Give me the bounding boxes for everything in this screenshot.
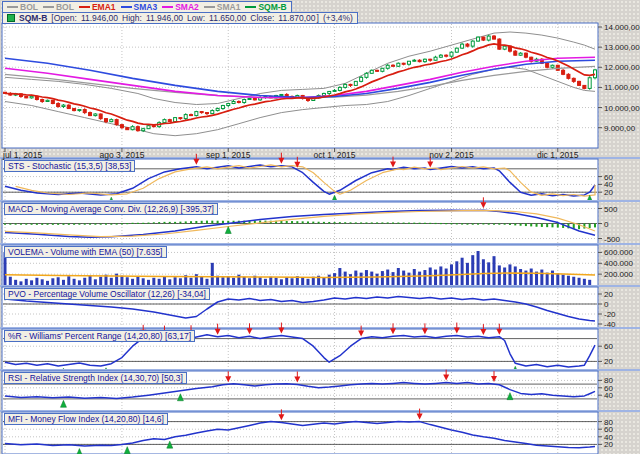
volume-bar [83, 278, 86, 286]
histogram-bar [504, 224, 506, 225]
legend-label: SQM-B [258, 3, 286, 12]
histogram-bar [318, 222, 320, 224]
histogram-bar [360, 222, 362, 223]
histogram-bar [509, 224, 511, 225]
volume-bar [221, 277, 224, 286]
candle-body [57, 104, 60, 107]
volume-bar [572, 277, 575, 286]
histogram-bar [137, 223, 139, 224]
histogram-bar [57, 224, 59, 225]
histogram-bar [153, 222, 155, 223]
candle-body [147, 126, 150, 129]
histogram-bar [206, 221, 208, 224]
candle-body [211, 111, 214, 114]
volume-bar [477, 251, 480, 286]
volume-bar [328, 275, 331, 286]
legend-item-symbol[interactable]: SQM-B [245, 3, 286, 12]
y-axis-label: 0 [604, 220, 609, 229]
candle-body [30, 96, 33, 98]
candle-body [163, 120, 166, 123]
candle-body [25, 96, 28, 97]
candle-body [562, 70, 565, 74]
volume-bar [445, 269, 448, 286]
chart-window: 14.000,0013.000,0012.000,0011.000,0010.0… [0, 0, 640, 454]
candle-body [243, 99, 246, 102]
volume-bar [562, 275, 565, 286]
candle-body [567, 74, 570, 78]
volume-bar [142, 278, 145, 286]
histogram-bar [190, 221, 192, 223]
y-axis-label: 500 [604, 205, 618, 214]
legend-item-sma3[interactable]: SMA3 [121, 3, 158, 12]
panel-title-pvo[interactable]: PVO - Percentage Volume Oscillator (12,2… [4, 288, 210, 300]
volume-bar [344, 272, 347, 286]
histogram-bar [4, 224, 6, 225]
volume-bar [163, 276, 166, 286]
panel-title-stochastic[interactable]: STS - Stochastic (15,3,5) [38,53] [4, 160, 135, 172]
histogram-bar [466, 224, 468, 225]
x-axis-label: oct 1, 2015 [314, 150, 356, 160]
histogram-bar [105, 224, 107, 225]
candle-body [248, 98, 251, 99]
histogram-bar [477, 223, 479, 224]
panel-title-williams-r[interactable]: %R - Williams' Percent Range (14,20,80) … [4, 330, 195, 342]
histogram-bar [126, 223, 128, 224]
volume-bar [174, 277, 177, 286]
candle-body [227, 104, 230, 106]
volume-bar [57, 277, 60, 286]
candle-body [477, 37, 480, 41]
volume-bar [35, 278, 38, 286]
candle-body [397, 63, 400, 66]
candle-body [152, 126, 155, 127]
volume-bar [439, 266, 442, 286]
volume-bar [126, 277, 129, 286]
ohlc-open-value: 11.946,00 [81, 14, 118, 23]
histogram-bar [472, 224, 474, 225]
histogram-bar [551, 224, 553, 228]
legend-item-bol-upper[interactable]: BOL [7, 3, 38, 12]
volume-bar [434, 270, 437, 286]
volume-bar [556, 273, 559, 286]
ohlc-open-label: [Open: [51, 14, 77, 23]
histogram-bar [461, 223, 463, 224]
panel-title-macd[interactable]: MACD - Moving Average Conv. Div. (12,26,… [4, 203, 218, 215]
candle-body [62, 105, 65, 106]
histogram-bar [15, 224, 17, 225]
panel-title-mfi[interactable]: MFI - Money Flow Index (14,20,80) [14,6] [4, 413, 168, 425]
volume-bar [269, 277, 272, 286]
y-axis-label: 10.000,00 [604, 104, 640, 113]
histogram-bar [594, 224, 596, 228]
legend-item-sma2[interactable]: SMA2 [162, 3, 199, 12]
legend-item-ema1[interactable]: EMA1 [79, 3, 116, 12]
y-axis-label: 9.000,00 [604, 124, 636, 133]
histogram-bar [179, 222, 181, 224]
candle-body [354, 81, 357, 85]
candle-body [41, 99, 44, 101]
candle-body [423, 59, 426, 61]
candle-body [280, 94, 283, 95]
volume-bar [285, 277, 288, 286]
histogram-bar [493, 224, 495, 225]
volume-bar [264, 279, 267, 286]
candle-body [360, 77, 363, 81]
ohlc-low-value: 11.650,00 [209, 14, 246, 23]
charts-canvas: 14.000,0013.000,0012.000,0011.000,0010.0… [0, 0, 640, 454]
histogram-bar [344, 222, 346, 223]
panel-title-volema[interactable]: VOLEMA - Volume with EMA (50) [7.635] [4, 246, 167, 258]
candle-body [120, 125, 123, 128]
line-swatch-icon [7, 6, 18, 8]
histogram-bar [355, 222, 357, 223]
candle-body [461, 44, 464, 48]
symbol-marker-icon [7, 14, 15, 22]
candle-body [583, 85, 586, 88]
histogram-bar [31, 224, 33, 225]
volume-bar [232, 278, 235, 286]
panel-title-rsi[interactable]: RSI - Relative Strength Index (14,30,70)… [4, 372, 187, 384]
histogram-bar [280, 221, 282, 224]
histogram-bar [100, 224, 102, 225]
candle-body [407, 61, 410, 64]
legend-item-sma1[interactable]: SMA1 [204, 3, 241, 12]
histogram-bar [41, 224, 43, 225]
legend-item-bol-lower[interactable]: BOL [43, 3, 74, 12]
histogram-bar [387, 222, 389, 223]
